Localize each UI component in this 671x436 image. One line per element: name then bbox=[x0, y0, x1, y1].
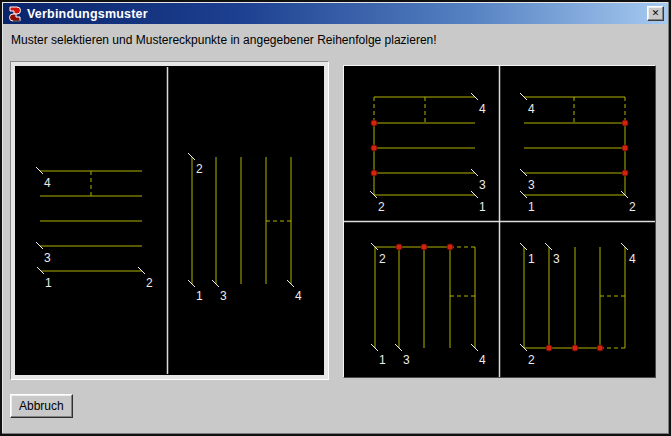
svg-text:2: 2 bbox=[196, 162, 203, 176]
svg-text:1: 1 bbox=[379, 353, 386, 367]
dialog-window: Verbindungsmuster ✕ Muster selektieren u… bbox=[0, 0, 671, 436]
svg-text:3: 3 bbox=[403, 353, 410, 367]
instruction-label: Muster selektieren und Mustereckpunkte i… bbox=[11, 33, 437, 47]
svg-text:3: 3 bbox=[44, 251, 51, 265]
svg-text:3: 3 bbox=[479, 178, 486, 192]
svg-text:4: 4 bbox=[479, 353, 486, 367]
app-logo-icon bbox=[7, 6, 23, 22]
svg-text:4: 4 bbox=[44, 176, 51, 190]
svg-text:2: 2 bbox=[629, 200, 636, 214]
svg-text:2: 2 bbox=[146, 276, 153, 290]
pattern-options-panel[interactable]: 4321431221341342 bbox=[343, 65, 656, 378]
svg-text:1: 1 bbox=[45, 276, 52, 290]
svg-text:2: 2 bbox=[528, 353, 535, 367]
svg-text:2: 2 bbox=[378, 200, 385, 214]
svg-text:3: 3 bbox=[553, 252, 560, 266]
close-icon: ✕ bbox=[652, 9, 660, 18]
svg-text:1: 1 bbox=[196, 289, 203, 303]
svg-text:4: 4 bbox=[629, 252, 636, 266]
window-title: Verbindungsmuster bbox=[27, 7, 148, 21]
svg-text:4: 4 bbox=[479, 102, 486, 116]
svg-text:3: 3 bbox=[528, 178, 535, 192]
svg-text:2: 2 bbox=[379, 252, 386, 266]
pattern-preview-panel[interactable]: 43122134 bbox=[10, 61, 329, 380]
close-button[interactable]: ✕ bbox=[647, 6, 664, 21]
svg-text:3: 3 bbox=[220, 289, 227, 303]
cancel-button[interactable]: Abbruch bbox=[10, 394, 73, 418]
pattern-preview-selection-border: 43122134 bbox=[15, 66, 324, 375]
svg-text:1: 1 bbox=[528, 200, 535, 214]
svg-text:4: 4 bbox=[295, 289, 302, 303]
svg-text:4: 4 bbox=[528, 102, 535, 116]
svg-text:1: 1 bbox=[479, 200, 486, 214]
title-bar: Verbindungsmuster ✕ bbox=[3, 3, 668, 24]
svg-text:1: 1 bbox=[528, 252, 535, 266]
pattern-preview-canvas[interactable]: 43122134 bbox=[16, 67, 323, 374]
pattern-options-canvas[interactable]: 4321431221341342 bbox=[344, 66, 655, 377]
